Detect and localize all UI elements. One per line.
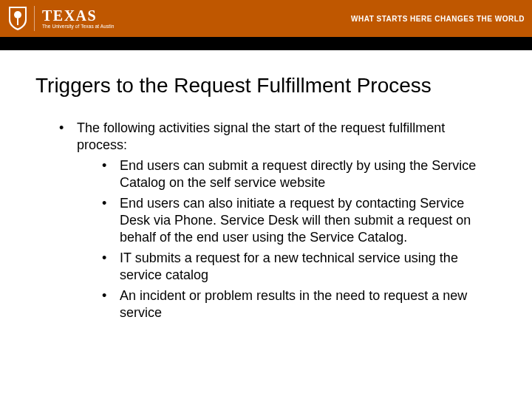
logo-block: TEXAS The University of Texas at Austin [7,0,114,37]
logo-subtitle: The University of Texas at Austin [42,24,114,30]
logo-wordmark: TEXAS [42,8,114,23]
intro-text: The following activities signal the star… [77,120,445,152]
list-item: The following activities signal the star… [59,120,491,321]
logo-text: TEXAS The University of Texas at Austin [42,8,114,30]
tagline: WHAT STARTS HERE CHANGES THE WORLD [351,15,525,23]
slide-title: Triggers to the Request Fulfillment Proc… [35,74,532,98]
black-strip [0,37,532,50]
texas-crest-icon [7,5,28,32]
list-item: End users can also initiate a request by… [102,195,491,247]
list-item: An incident or problem results in the ne… [102,287,491,322]
svg-point-0 [14,11,21,18]
slide-content: The following activities signal the star… [59,120,491,321]
list-item: IT submits a request for a new technical… [102,250,491,284]
logo-divider [34,6,35,31]
svg-rect-1 [17,18,18,25]
list-item: End users can submit a request directly … [102,157,491,192]
slide: TEXAS The University of Texas at Austin … [0,0,532,399]
header-bar: TEXAS The University of Texas at Austin … [0,0,532,37]
